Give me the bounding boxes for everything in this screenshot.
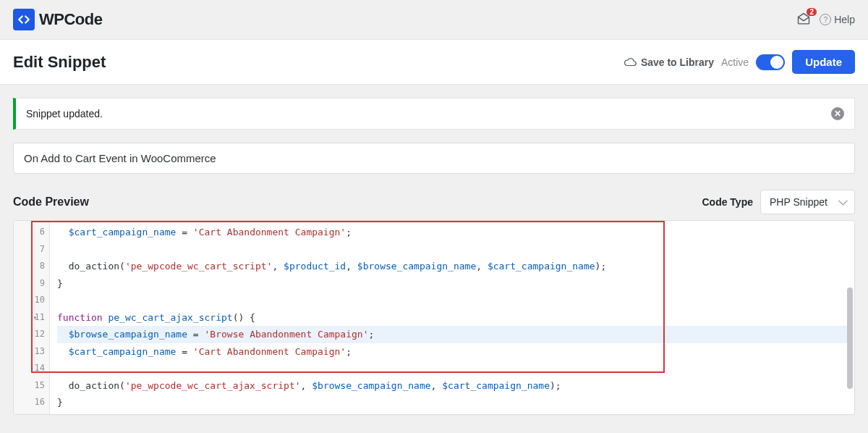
brand-logo[interactable]: WPCode	[13, 9, 102, 30]
notifications-badge: 2	[807, 8, 817, 16]
scrollbar-thumb[interactable]	[847, 287, 853, 389]
brand-name: WPCode	[39, 10, 102, 29]
help-button[interactable]: ? Help	[820, 14, 855, 25]
code-type-dropdown[interactable]: PHP Snippet	[760, 190, 855, 214]
brand-logo-icon	[13, 9, 35, 30]
code-type-label: Code Type	[702, 196, 753, 208]
active-toggle[interactable]	[756, 54, 785, 70]
cloud-icon	[624, 56, 637, 69]
save-to-library-label: Save to Library	[641, 56, 714, 68]
notifications-button[interactable]: 2	[796, 12, 811, 27]
update-button[interactable]: Update	[792, 50, 855, 74]
snippet-title-input[interactable]	[13, 143, 855, 174]
help-icon: ?	[820, 14, 831, 25]
success-alert: Snippet updated. ✕	[13, 98, 855, 130]
line-number-gutter: 678910▾111213141516	[14, 221, 50, 414]
code-content[interactable]: $cart_campaign_name = 'Cart Abandonment …	[50, 221, 854, 414]
page-header: Edit Snippet Save to Library Active Upda…	[0, 39, 868, 85]
code-editor[interactable]: 678910▾111213141516 $cart_campaign_name …	[13, 220, 855, 415]
top-bar: WPCode 2 ? Help	[0, 0, 868, 39]
alert-message: Snippet updated.	[26, 108, 103, 119]
active-label: Active	[721, 56, 749, 68]
close-icon[interactable]: ✕	[831, 107, 844, 120]
help-label: Help	[834, 14, 855, 25]
code-type-select[interactable]: PHP Snippet	[760, 190, 855, 214]
save-to-library-button[interactable]: Save to Library	[624, 56, 714, 69]
code-preview-label: Code Preview	[13, 196, 89, 209]
page-title: Edit Snippet	[13, 53, 106, 72]
